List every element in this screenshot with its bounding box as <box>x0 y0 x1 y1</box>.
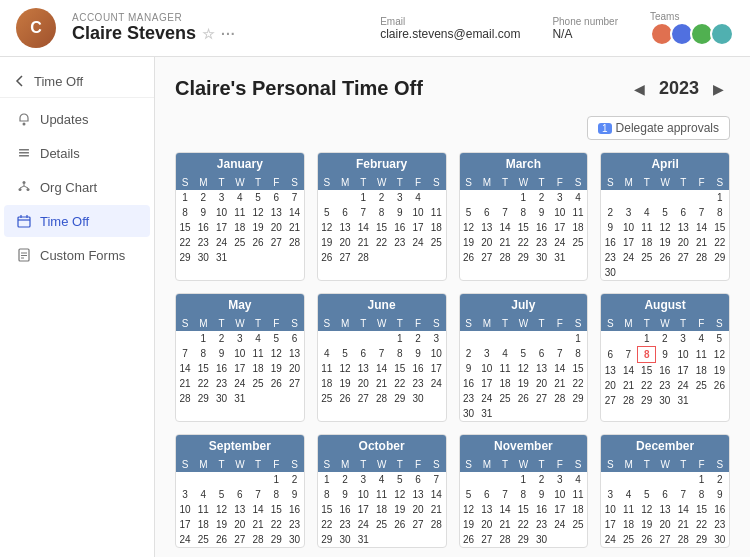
email-field: Email claire.stevens@email.com <box>380 16 520 41</box>
month-december: DecemberSMTWTFS1234567891011121314151617… <box>600 434 730 548</box>
svg-line-9 <box>24 186 28 188</box>
delegate-bar: 1 Delegate approvals <box>175 116 730 140</box>
month-header: September <box>176 435 304 457</box>
favorite-icon[interactable]: ☆ <box>202 26 215 42</box>
calendar-icon <box>16 213 32 229</box>
sidebar-item-details[interactable]: Details <box>4 137 150 169</box>
bell-icon <box>16 111 32 127</box>
calendar-grid: JanuarySMTWTFS12345678910111213141516171… <box>175 152 730 548</box>
header-name: Claire Stevens ☆ ··· <box>72 23 236 44</box>
year-navigation: ◀ 2023 ▶ <box>628 78 730 99</box>
month-april: AprilSMTWTFS1234567891011121314151617181… <box>600 152 730 281</box>
month-november: NovemberSMTWTFS1234567891011121314151617… <box>459 434 589 548</box>
svg-rect-1 <box>19 149 29 151</box>
month-march: MarchSMTWTFS1234567891011121314151617181… <box>459 152 589 281</box>
sidebar-time-off-header: Time Off <box>0 65 154 98</box>
month-june: JuneSMTWTFS12345678910111213141516171819… <box>317 293 447 422</box>
svg-line-8 <box>20 186 24 188</box>
header-role: ACCOUNT MANAGER <box>72 12 236 23</box>
month-header: December <box>601 435 729 457</box>
back-icon[interactable] <box>12 73 28 89</box>
teams-section: Teams <box>650 11 734 46</box>
sidebar-item-time-off[interactable]: Time Off <box>4 205 150 237</box>
avatar: C <box>16 8 56 48</box>
year-display: 2023 <box>659 78 699 99</box>
phone-field: Phone number N/A <box>552 16 618 41</box>
layout: Time Off Updates Details Org Chart Time <box>0 57 750 557</box>
month-header: January <box>176 153 304 175</box>
page-title: Claire's Personal Time Off <box>175 77 423 100</box>
org-chart-icon <box>16 179 32 195</box>
svg-point-4 <box>23 181 26 184</box>
main-content: Claire's Personal Time Off ◀ 2023 ▶ 1 De… <box>155 57 750 557</box>
svg-point-0 <box>23 123 26 126</box>
month-header: February <box>318 153 446 175</box>
team-avatar-4 <box>710 22 734 46</box>
month-may: MaySMTWTFS123456789101112131415161718192… <box>175 293 305 422</box>
main-header: Claire's Personal Time Off ◀ 2023 ▶ <box>175 77 730 100</box>
next-year-button[interactable]: ▶ <box>707 79 730 99</box>
sidebar-item-custom-forms[interactable]: Custom Forms <box>4 239 150 271</box>
month-header: June <box>318 294 446 316</box>
month-header: August <box>601 294 729 316</box>
month-header: April <box>601 153 729 175</box>
month-october: OctoberSMTWTFS12345678910111213141516171… <box>317 434 447 548</box>
month-header: October <box>318 435 446 457</box>
delegate-badge: 1 <box>598 123 612 134</box>
header: C ACCOUNT MANAGER Claire Stevens ☆ ··· E… <box>0 0 750 57</box>
sidebar-item-updates[interactable]: Updates <box>4 103 150 135</box>
header-name-section: ACCOUNT MANAGER Claire Stevens ☆ ··· <box>72 12 236 44</box>
svg-rect-2 <box>19 152 29 154</box>
form-icon <box>16 247 32 263</box>
svg-point-5 <box>19 188 22 191</box>
svg-point-6 <box>27 188 30 191</box>
list-icon <box>16 145 32 161</box>
sidebar-item-org-chart[interactable]: Org Chart <box>4 171 150 203</box>
prev-year-button[interactable]: ◀ <box>628 79 651 99</box>
month-july: JulySMTWTFS12345678910111213141516171819… <box>459 293 589 422</box>
teams-avatars <box>650 22 734 46</box>
month-header: November <box>460 435 588 457</box>
header-info: Email claire.stevens@email.com Phone num… <box>380 11 734 46</box>
month-header: July <box>460 294 588 316</box>
delegate-approvals-button[interactable]: 1 Delegate approvals <box>587 116 730 140</box>
more-options-icon[interactable]: ··· <box>221 26 236 42</box>
sidebar: Time Off Updates Details Org Chart Time <box>0 57 155 557</box>
month-september: SeptemberSMTWTFS123456789101112131415161… <box>175 434 305 548</box>
svg-rect-3 <box>19 155 29 157</box>
month-august: AugustSMTWTFS123456789101112131415161718… <box>600 293 730 422</box>
month-header: May <box>176 294 304 316</box>
month-header: March <box>460 153 588 175</box>
svg-rect-10 <box>18 217 30 227</box>
month-january: JanuarySMTWTFS12345678910111213141516171… <box>175 152 305 281</box>
month-february: FebruarySMTWTFS1234567891011121314151617… <box>317 152 447 281</box>
